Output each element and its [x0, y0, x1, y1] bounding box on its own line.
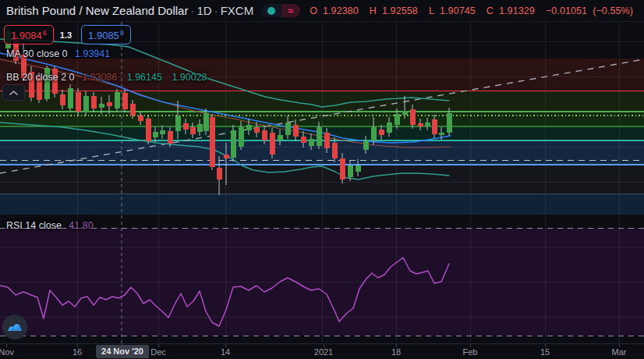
candle: [246, 125, 252, 130]
ohlc-readout: O1.92380 H1.92558 L1.90745 C1.91329 −0.0…: [310, 5, 639, 16]
candle: [224, 155, 229, 158]
candle: [254, 127, 260, 133]
candle: [425, 123, 430, 126]
interval-label[interactable]: 1D: [196, 4, 211, 17]
sell-price-button[interactable]: 1.90846: [4, 25, 54, 44]
candle: [183, 123, 189, 130]
trading-chart-app: British Pound / New Zealand Dollar·1D·FX…: [0, 0, 644, 359]
bb-lower-value: 1.90028: [172, 72, 207, 83]
crosshair-date-label: 24 Nov '20: [96, 345, 149, 358]
candle: [439, 133, 444, 135]
candle: [410, 109, 416, 125]
candle: [115, 92, 120, 108]
candle: [130, 104, 136, 116]
bb-upper-value: 1.96145: [127, 72, 162, 83]
candle: [138, 116, 143, 121]
candle: [293, 125, 299, 137]
ma-label-text: MA 30 close 0: [6, 48, 68, 59]
tradingview-logo-button[interactable]: [2, 315, 27, 339]
candle: [68, 88, 73, 108]
chevron-up-icon: [9, 90, 19, 96]
candle: [371, 127, 377, 140]
candle: [317, 127, 322, 146]
low-value: L1.90745: [429, 5, 481, 16]
candle: [153, 132, 158, 137]
candle: [231, 130, 236, 158]
candle: [340, 158, 345, 180]
candle: [285, 123, 291, 135]
candle: [332, 143, 338, 158]
buy-price-button[interactable]: 1.90859: [81, 25, 131, 44]
candle: [239, 127, 244, 147]
change-value: −0.01051: [546, 5, 587, 16]
time-axis-label: Dec: [150, 347, 166, 357]
time-axis-label: Nov: [0, 347, 14, 357]
market-open-dot-icon: [261, 4, 281, 17]
spread-value: 1.3: [60, 30, 72, 40]
candle: [348, 165, 353, 177]
candle: [217, 168, 222, 180]
candle: [190, 127, 196, 134]
candle: [402, 111, 408, 115]
rsi-indicator-label[interactable]: RSI 14 close 41.80: [6, 220, 94, 231]
symbol-title[interactable]: British Pound / New Zealand Dollar·1D·FX…: [6, 4, 253, 17]
ma-indicator-label[interactable]: MA 30 close 0 1.93941: [6, 48, 110, 59]
collapse-pane-button[interactable]: [2, 84, 25, 101]
bid-ask-panel: 1.90846 1.3 1.90859: [4, 25, 131, 44]
candle: [278, 135, 283, 140]
bb-label-text: BB 20 close 2 0: [6, 72, 75, 83]
candle: [99, 104, 104, 108]
bb-indicator-label[interactable]: BB 20 close 2 0 1.93086 1.96145 1.90028: [6, 72, 207, 83]
candle: [160, 130, 165, 134]
time-axis-label: Feb: [463, 347, 478, 357]
candle: [309, 139, 314, 146]
rsi-label-text: RSI 14 close: [6, 220, 62, 231]
candle: [379, 130, 384, 135]
candle: [324, 133, 330, 148]
ma-value: 1.93941: [75, 48, 110, 59]
candle: [395, 114, 400, 125]
market-status-toggle[interactable]: ≈: [261, 4, 300, 17]
candle: [270, 133, 275, 155]
candle: [418, 123, 423, 126]
candle: [168, 131, 173, 144]
candle: [356, 165, 361, 172]
candle: [83, 96, 89, 112]
symbol-name: British Pound / New Zealand Dollar: [6, 4, 188, 17]
time-axis-label: Mar: [612, 347, 627, 357]
chart-mountains-icon: [2, 315, 27, 339]
high-value: H1.92558: [370, 5, 423, 16]
exchange-label: FXCM: [221, 4, 254, 17]
candle: [387, 123, 392, 133]
candle: [91, 96, 97, 108]
chart-header: British Pound / New Zealand Dollar·1D·FX…: [0, 0, 644, 22]
candle: [76, 92, 81, 112]
candle: [210, 117, 215, 167]
time-axis-label: 14: [221, 347, 230, 357]
candle: [301, 137, 306, 143]
candle: [262, 130, 267, 140]
candle: [60, 94, 65, 105]
candle: [203, 113, 209, 131]
time-axis-label: 16: [73, 347, 82, 357]
candle: [432, 119, 437, 134]
bid-ask-waves-icon: ≈: [281, 4, 300, 17]
close-value: C1.91329: [487, 5, 540, 16]
time-axis-label: 15: [540, 347, 550, 357]
change-percent: (−0.55%): [593, 5, 633, 16]
time-axis[interactable]: Nov1624 Nov '20Dec14202118Feb15Mar: [0, 343, 644, 359]
candle: [175, 116, 181, 131]
candle: [107, 102, 112, 106]
bb-basis-value: 1.93086: [82, 72, 117, 83]
separator-dot: ·: [188, 4, 196, 17]
separator-dot: ·: [212, 4, 221, 17]
candle: [146, 119, 151, 141]
candle: [447, 113, 452, 133]
candle: [122, 93, 128, 109]
candle: [197, 124, 203, 132]
rsi-value: 41.80: [69, 220, 93, 231]
open-value: O1.92380: [310, 5, 364, 16]
candle: [363, 140, 369, 150]
time-axis-label: 18: [391, 347, 401, 357]
time-axis-label: 2021: [314, 347, 333, 357]
